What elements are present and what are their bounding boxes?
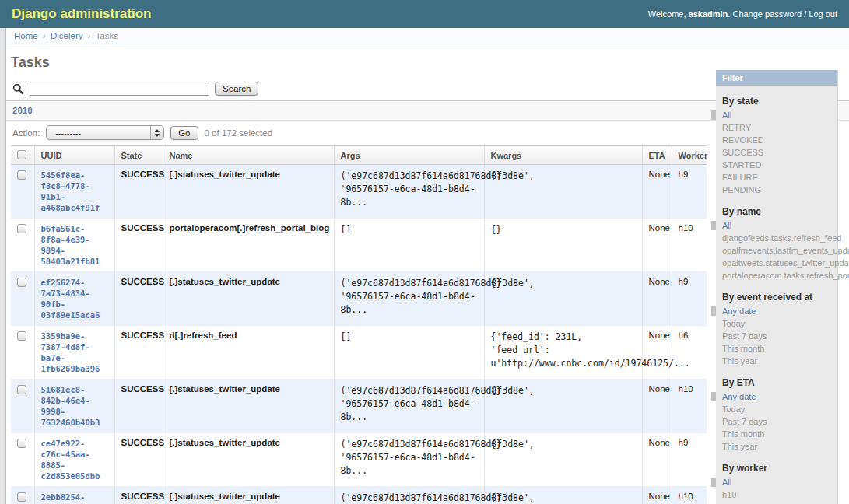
task-row: ce47e922- c76c-45aa- 8885- c2d853e05dbbS… <box>11 433 707 487</box>
filter-option-revoked[interactable]: REVOKED <box>722 134 837 146</box>
row-checkbox[interactable] <box>17 278 26 287</box>
select-all-checkbox[interactable] <box>17 150 26 159</box>
change-password-link[interactable]: Change password <box>732 9 802 19</box>
name-cell: portaloperacom[.]refresh_portal_blog <box>163 219 334 272</box>
task-row: ef256274- 7a73-4834- 90fb- 03f89e15aca6S… <box>11 272 707 326</box>
filter-option-this-month[interactable]: This month <box>722 342 837 355</box>
select-stepper-icon <box>150 126 163 139</box>
filter-option-any-date[interactable]: Any date <box>722 305 837 317</box>
breadcrumb-separator: › <box>38 31 51 40</box>
filter-option-retry[interactable]: RETRY <box>722 121 837 134</box>
action-select[interactable]: --------- <box>46 125 164 140</box>
column-header-state[interactable]: State <box>114 146 163 165</box>
table-header-row: UUID State Name Args Kwargs ETA Worker <box>11 146 707 165</box>
row-checkbox[interactable] <box>17 170 26 180</box>
row-checkbox[interactable] <box>17 385 26 394</box>
search-input[interactable] <box>30 82 209 96</box>
row-checkbox[interactable] <box>17 492 26 502</box>
filter-option-this-month[interactable]: This month <box>722 428 837 440</box>
row-checkbox[interactable] <box>17 331 26 341</box>
filter-option-success[interactable]: SUCCESS <box>722 146 837 159</box>
filter-option-opalfmevents-lastfm-events-update[interactable]: opalfmevents.lastfm_events_update <box>722 244 837 257</box>
filter-option-all[interactable]: All <box>722 219 837 232</box>
column-header-eta[interactable]: ETA <box>642 146 672 165</box>
state-cell: SUCCESS <box>114 487 163 504</box>
state-cell: SUCCESS <box>114 165 163 219</box>
task-uuid-link[interactable]: 51681ec8- 842b-46e4- 9998- 7632460b40b3 <box>41 384 108 428</box>
filter-option-portaloperacom-tasks-refresh-portal[interactable]: portaloperacom.tasks.refresh_portal <box>722 269 837 282</box>
args-cell: [] <box>334 219 484 272</box>
column-header-args[interactable]: Args <box>334 146 484 165</box>
filter-section-title-by-eta: By ETA <box>716 377 837 388</box>
filter-sections: By stateAllRETRYREVOKEDSUCCESSSTARTEDFAI… <box>716 96 837 504</box>
filter-option-this-year[interactable]: This year <box>722 440 837 453</box>
filter-option-h10[interactable]: h10 <box>722 488 837 501</box>
breadcrumb-separator: › <box>82 31 95 40</box>
filter-option-this-year[interactable]: This year <box>722 355 837 367</box>
task-uuid-link[interactable]: 5456f8ea- f8c8-4778- 91b1- a468abc4f91f <box>41 170 108 213</box>
uuid-cell: 5456f8ea- f8c8-4778- 91b1- a468abc4f91f <box>34 165 114 219</box>
name-cell: d[.]refresh_feed <box>163 326 334 380</box>
task-uuid-link[interactable]: ce47e922- c76c-45aa- 8885- c2d853e05dbb <box>41 438 108 481</box>
state-cell: SUCCESS <box>114 219 163 272</box>
worker-cell: h9 <box>672 272 707 326</box>
filter-list-by-event-received-at: Any dateTodayPast 7 daysThis monthThis y… <box>716 305 837 367</box>
column-header-uuid[interactable]: UUID <box>34 146 114 165</box>
eta-cell: None <box>642 380 672 433</box>
task-uuid-link[interactable]: b6fa561c- 8f8a-4e39- 9894- 58403a21fb81 <box>41 223 108 267</box>
date-hierarchy-year-link[interactable]: 2010 <box>12 106 33 115</box>
row-checkbox[interactable] <box>17 224 26 233</box>
task-row: 3359ba9e- 7387-4d8f- ba7e- 1fb6269ba396S… <box>11 326 707 380</box>
uuid-cell: 2ebb8254- 6891-4b6c- a0e7- dcb89a424697 <box>34 487 114 504</box>
filter-option-past-7-days[interactable]: Past 7 days <box>722 415 837 428</box>
filter-option-opaltweets-statuses-twitter-update[interactable]: opaltweets.statuses_twitter_update <box>722 257 837 269</box>
name-cell: [.]statuses_twitter_update <box>163 433 334 487</box>
worker-cell: h10 <box>672 380 707 433</box>
name-cell: [.]statuses_twitter_update <box>163 487 334 504</box>
go-button[interactable]: Go <box>170 126 198 140</box>
column-header-worker[interactable]: Worker <box>672 146 707 165</box>
filter-option-any-date[interactable]: Any date <box>722 390 837 403</box>
filter-option-today[interactable]: Today <box>722 403 837 415</box>
select-all-header-cell <box>11 146 34 165</box>
args-cell: ('e97c687d13d87f614a6d81768d8f3d8e', '96… <box>334 433 484 487</box>
filter-option-pending[interactable]: PENDING <box>722 184 837 196</box>
name-cell: [.]statuses_twitter_update <box>163 165 334 219</box>
filter-section-title-by-name: By name <box>716 206 837 217</box>
row-select-cell <box>11 433 34 487</box>
filter-option-failure[interactable]: FAILURE <box>722 171 837 184</box>
task-uuid-link[interactable]: 2ebb8254- 6891-4b6c- a0e7- dcb89a424697 <box>41 492 108 504</box>
logout-link[interactable]: Log out <box>809 9 837 19</box>
page-title: Tasks <box>11 54 849 71</box>
results-table: UUID State Name Args Kwargs ETA Worker 5… <box>11 145 707 504</box>
task-uuid-link[interactable]: 3359ba9e- 7387-4d8f- ba7e- 1fb6269ba396 <box>41 331 108 374</box>
filter-list-by-eta: Any dateTodayPast 7 daysThis monthThis y… <box>716 390 837 453</box>
uuid-cell: ce47e922- c76c-45aa- 8885- c2d853e05dbb <box>34 433 114 487</box>
branding-bar: Django administration Welcome, askadmin.… <box>0 0 849 28</box>
column-header-kwargs[interactable]: Kwargs <box>484 146 642 165</box>
tools-separator: / <box>804 9 806 19</box>
task-uuid-link[interactable]: ef256274- 7a73-4834- 90fb- 03f89e15aca6 <box>41 277 108 320</box>
filter-option-today[interactable]: Today <box>722 317 837 330</box>
breadcrumb-link-djcelery[interactable]: Djcelery <box>51 31 83 40</box>
row-checkbox[interactable] <box>17 439 26 448</box>
action-label: Action: <box>12 128 40 138</box>
column-header-name[interactable]: Name <box>163 146 334 165</box>
state-cell: SUCCESS <box>114 433 163 487</box>
filter-option-started[interactable]: STARTED <box>722 159 837 171</box>
uuid-cell: 51681ec8- 842b-46e4- 9998- 7632460b40b3 <box>34 380 114 433</box>
filter-section-title-by-state: By state <box>716 96 837 107</box>
filter-option-past-7-days[interactable]: Past 7 days <box>722 330 837 342</box>
search-button[interactable]: Search <box>215 82 258 96</box>
task-row: 2ebb8254- 6891-4b6c- a0e7- dcb89a424697S… <box>11 487 707 504</box>
breadcrumb-link-home[interactable]: Home <box>14 31 38 40</box>
args-cell: ('e97c687d13d87f614a6d81768d8f3d8e', '96… <box>334 487 484 504</box>
filter-option-h8[interactable]: h8 <box>722 501 837 504</box>
filter-option-djangofeeds-tasks-refresh-feed[interactable]: djangofeeds.tasks.refresh_feed <box>722 232 837 244</box>
search-icon <box>12 83 24 95</box>
selection-counter: 0 of 172 selected <box>205 128 273 138</box>
filter-option-all[interactable]: All <box>722 476 837 488</box>
name-cell: [.]statuses_twitter_update <box>163 380 334 433</box>
filter-option-all[interactable]: All <box>722 109 837 121</box>
worker-cell: h6 <box>672 326 707 380</box>
